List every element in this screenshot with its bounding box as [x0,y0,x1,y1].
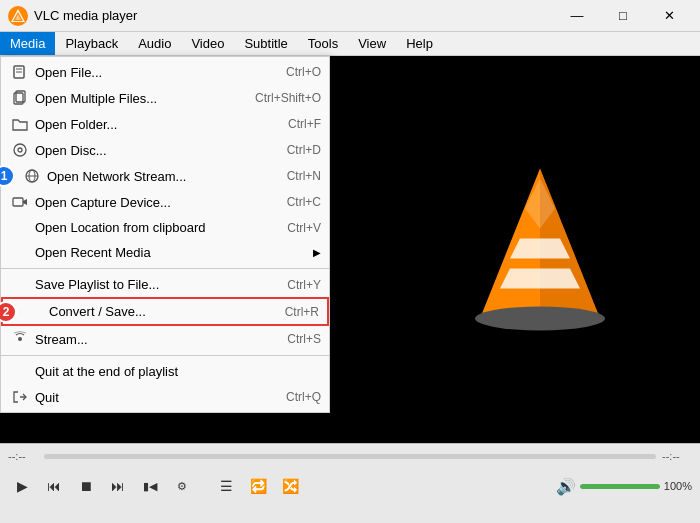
quit-icon [9,389,31,405]
menu-subtitle[interactable]: Subtitle [234,32,297,55]
menu-open-file[interactable]: Open File... Ctrl+O [1,59,329,85]
minimize-button[interactable]: — [554,0,600,32]
quit-end-label: Quit at the end of playlist [31,364,321,379]
open-multiple-shortcut: Ctrl+Shift+O [255,91,321,105]
open-disc-shortcut: Ctrl+D [287,143,321,157]
menu-open-capture[interactable]: Open Capture Device... Ctrl+C [1,189,329,215]
open-network-icon [21,168,43,184]
open-location-label: Open Location from clipboard [31,220,257,235]
open-folder-label: Open Folder... [31,117,258,132]
menu-stream[interactable]: Stream... Ctrl+S [1,326,329,352]
time-left: --:-- [8,450,38,462]
prev-button[interactable]: ⏮ [40,472,68,500]
title-bar: VLC media player — □ ✕ [0,0,700,32]
menu-video[interactable]: Video [181,32,234,55]
menu-tools[interactable]: Tools [298,32,348,55]
media-menu: Open File... Ctrl+O Open Multiple Files.… [0,56,330,413]
menu-open-location[interactable]: Open Location from clipboard Ctrl+V [1,215,329,240]
volume-area: 🔊 100% [556,477,692,496]
svg-point-8 [475,306,605,330]
time-right: --:-- [662,450,692,462]
loop-button[interactable]: 🔁 [244,472,272,500]
save-playlist-label: Save Playlist to File... [31,277,257,292]
menu-open-disc[interactable]: Open Disc... Ctrl+D [1,137,329,163]
menu-save-playlist[interactable]: Save Playlist to File... Ctrl+Y [1,272,329,297]
volume-icon: 🔊 [556,477,576,496]
svg-point-16 [18,148,22,152]
menu-bar: Media Playback Audio Video Subtitle Tool… [0,32,700,56]
quit-shortcut: Ctrl+Q [286,390,321,404]
volume-bar[interactable] [580,484,660,489]
svg-point-22 [18,337,22,341]
open-recent-label: Open Recent Media [31,245,303,260]
open-disc-label: Open Disc... [31,143,257,158]
play-button[interactable]: ▶ [8,472,36,500]
open-capture-icon [9,194,31,210]
convert-save-label: Convert / Save... [45,304,255,319]
svg-marker-6 [510,238,570,258]
window-title: VLC media player [34,8,554,23]
open-location-shortcut: Ctrl+V [287,221,321,235]
open-recent-arrow: ▶ [313,247,321,258]
next-button[interactable]: ⏭ [104,472,132,500]
media-dropdown: Open File... Ctrl+O Open Multiple Files.… [0,56,330,413]
open-folder-icon [9,116,31,132]
shuffle-button[interactable]: 🔀 [276,472,304,500]
seek-bar-area: --:-- --:-- [0,444,700,468]
open-network-shortcut: Ctrl+N [287,169,321,183]
close-button[interactable]: ✕ [646,0,692,32]
equalizer-button[interactable]: ⚙ [168,472,196,500]
svg-marker-7 [500,268,580,288]
open-multiple-icon [9,90,31,106]
stream-icon [9,331,31,347]
open-network-label: Open Network Stream... [43,169,257,184]
menu-open-multiple[interactable]: Open Multiple Files... Ctrl+Shift+O [1,85,329,111]
frame-prev-button[interactable]: ▮◀ [136,472,164,500]
stream-shortcut: Ctrl+S [287,332,321,346]
open-file-icon [9,64,31,80]
separator-1 [1,268,329,269]
svg-rect-20 [13,198,23,206]
menu-open-network[interactable]: 1 Open Network Stream... Ctrl+N [1,163,329,189]
seek-bar[interactable] [44,454,656,459]
badge-2: 2 [0,301,17,323]
menu-open-recent[interactable]: Open Recent Media ▶ [1,240,329,265]
playback-controls: ▶ ⏮ ⏹ ⏭ ▮◀ ⚙ ☰ 🔁 🔀 🔊 100% [0,468,700,504]
menu-convert-save[interactable]: 2 Convert / Save... Ctrl+R [1,297,329,326]
open-file-shortcut: Ctrl+O [286,65,321,79]
menu-view[interactable]: View [348,32,396,55]
menu-quit[interactable]: Quit Ctrl+Q [1,384,329,410]
separator-2 [1,355,329,356]
open-multiple-label: Open Multiple Files... [31,91,225,106]
bottom-controls: --:-- --:-- ▶ ⏮ ⏹ ⏭ ▮◀ ⚙ ☰ 🔁 🔀 🔊 [0,443,700,523]
open-folder-shortcut: Ctrl+F [288,117,321,131]
window-controls: — □ ✕ [554,0,692,32]
app-icon [8,6,28,26]
open-file-label: Open File... [31,65,256,80]
menu-audio[interactable]: Audio [128,32,181,55]
playlist-button[interactable]: ☰ [212,472,240,500]
maximize-button[interactable]: □ [600,0,646,32]
vlc-cone [460,148,620,351]
open-disc-icon [9,142,31,158]
menu-quit-end[interactable]: Quit at the end of playlist [1,359,329,384]
badge-1: 1 [0,165,15,187]
open-capture-label: Open Capture Device... [31,195,257,210]
quit-label: Quit [31,390,256,405]
open-capture-shortcut: Ctrl+C [287,195,321,209]
volume-pct: 100% [664,480,692,492]
svg-point-15 [14,144,26,156]
stream-label: Stream... [31,332,257,347]
menu-media[interactable]: Media [0,32,55,55]
stop-button[interactable]: ⏹ [72,472,100,500]
convert-save-shortcut: Ctrl+R [285,305,319,319]
save-playlist-shortcut: Ctrl+Y [287,278,321,292]
menu-help[interactable]: Help [396,32,443,55]
menu-playback[interactable]: Playback [55,32,128,55]
volume-fill [580,484,660,489]
menu-open-folder[interactable]: Open Folder... Ctrl+F [1,111,329,137]
